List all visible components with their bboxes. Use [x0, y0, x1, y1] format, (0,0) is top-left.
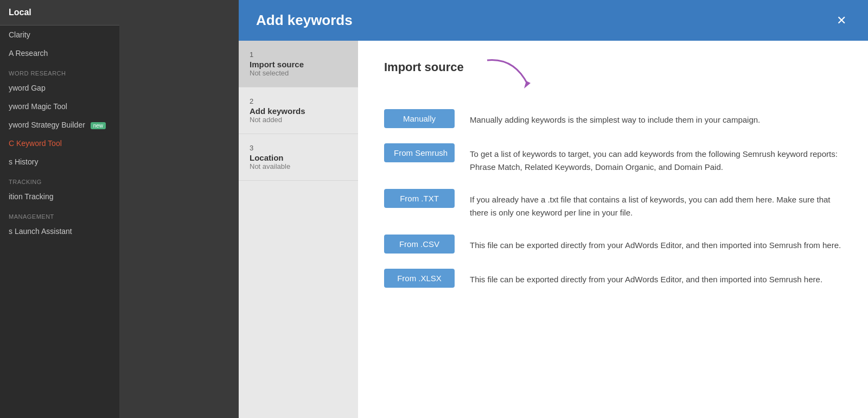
- sidebar-section-tracking: TRACKING: [0, 171, 119, 187]
- sidebar: Local Clarity A Research WORD RESEARCH y…: [0, 0, 119, 418]
- step-1-name: Import source: [250, 60, 347, 69]
- import-btn-from-semrush[interactable]: From Semrush: [384, 143, 455, 162]
- import-desc-4: This file can be exported directly from …: [470, 269, 822, 286]
- import-row-3: From .CSVThis file can be exported direc…: [384, 235, 842, 254]
- sidebar-top-label: Local: [0, 0, 119, 26]
- sidebar-section-word-research: WORD RESEARCH: [0, 62, 119, 79]
- arrow-annotation: [482, 55, 536, 93]
- step-2-name: Add keywords: [250, 106, 347, 116]
- import-desc-2: If you already have a .txt file that con…: [470, 189, 842, 219]
- step-3[interactable]: 3 Location Not available: [239, 134, 358, 181]
- import-row-1: From SemrushTo get a list of keywords to…: [384, 143, 842, 174]
- import-desc-0: Manually adding keywords is the simplest…: [470, 109, 760, 126]
- step-2[interactable]: 2 Add keywords Not added: [239, 87, 358, 134]
- sidebar-section-management: MANAGEMENT: [0, 206, 119, 222]
- import-row-2: From .TXTIf you already have a .txt file…: [384, 189, 842, 219]
- import-row-4: From .XLSXThis file can be exported dire…: [384, 269, 842, 288]
- step-3-name: Location: [250, 153, 347, 162]
- step-1[interactable]: 1 Import source Not selected: [239, 41, 358, 87]
- import-btn-from--txt[interactable]: From .TXT: [384, 189, 455, 208]
- sidebar-item-history[interactable]: s History: [0, 153, 119, 171]
- import-row-0: ManuallyManually adding keywords is the …: [384, 109, 842, 128]
- svg-marker-0: [524, 81, 531, 88]
- modal-title: Add keywords: [256, 12, 353, 29]
- step-1-status: Not selected: [250, 69, 347, 77]
- import-source-title: Import source: [384, 60, 464, 74]
- sidebar-item-keyword-tool[interactable]: C Keyword Tool: [0, 134, 119, 153]
- step-1-number: 1: [250, 50, 347, 59]
- import-desc-3: This file can be exported directly from …: [470, 235, 841, 252]
- modal-body: 1 Import source Not selected 2 Add keywo…: [239, 41, 868, 418]
- modal-close-button[interactable]: ✕: [832, 12, 851, 29]
- sidebar-item-launch-assistant[interactable]: s Launch Assistant: [0, 222, 119, 240]
- modal: Add keywords ✕ 1 Import source Not selec…: [239, 0, 868, 418]
- modal-header: Add keywords ✕: [239, 0, 868, 41]
- import-btn-manually[interactable]: Manually: [384, 109, 455, 128]
- content-area: Import source ManuallyManually adding ke…: [358, 41, 868, 418]
- step-2-status: Not added: [250, 116, 347, 124]
- step-3-status: Not available: [250, 162, 347, 170]
- import-btn-from--csv[interactable]: From .CSV: [384, 235, 455, 254]
- import-btn-from--xlsx[interactable]: From .XLSX: [384, 269, 455, 288]
- sidebar-item-keyword-strategy[interactable]: yword Strategy Builder new: [0, 116, 119, 134]
- import-rows-container: ManuallyManually adding keywords is the …: [384, 109, 842, 288]
- sidebar-item-keyword-magic[interactable]: yword Magic Tool: [0, 97, 119, 116]
- sidebar-item-keyword-gap[interactable]: yword Gap: [0, 79, 119, 97]
- steps-panel: 1 Import source Not selected 2 Add keywo…: [239, 41, 358, 418]
- step-2-number: 2: [250, 97, 347, 105]
- step-3-number: 3: [250, 144, 347, 152]
- import-desc-1: To get a list of keywords to target, you…: [470, 143, 842, 174]
- sidebar-item-position-tracking[interactable]: ition Tracking: [0, 187, 119, 206]
- sidebar-item-a-research[interactable]: A Research: [0, 44, 119, 62]
- sidebar-item-clarity[interactable]: Clarity: [0, 26, 119, 44]
- new-badge: new: [91, 122, 106, 129]
